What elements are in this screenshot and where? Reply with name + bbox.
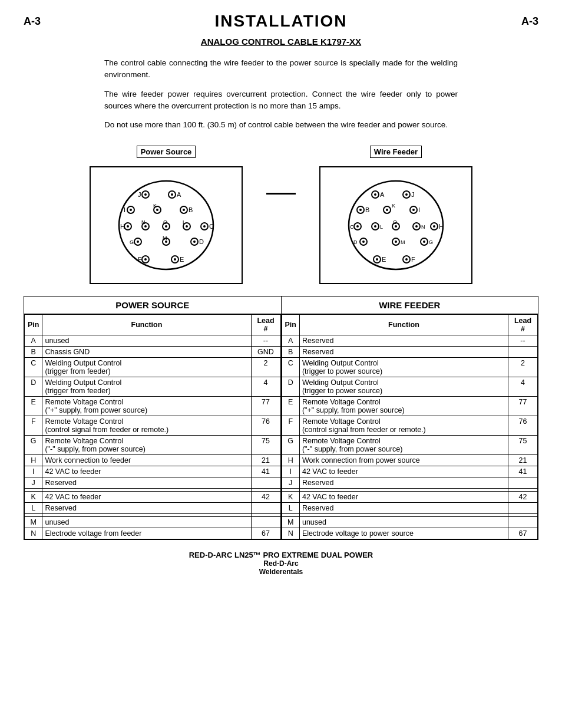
svg-text:M: M (163, 235, 167, 241)
intro-p2: The wire feeder power requires overcurre… (104, 88, 458, 113)
wire-feeder-svg: A J B K I C L (337, 172, 455, 275)
svg-text:G: G (130, 239, 134, 245)
svg-point-33 (137, 241, 139, 243)
svg-text:K: K (153, 203, 157, 209)
connector-line (266, 193, 296, 195)
svg-text:J: J (138, 191, 141, 198)
function-cell: Reserved (42, 503, 251, 514)
table-row: HWork connection to feeder21 (25, 455, 281, 466)
pin-cell: M (282, 517, 299, 528)
pin-cell: A (282, 335, 299, 347)
svg-point-51 (405, 193, 408, 196)
page-num-left: A-3 (24, 15, 41, 28)
lead-cell: 42 (251, 492, 280, 503)
table-row: FRemote Voltage Control(control signal f… (282, 416, 538, 436)
svg-point-48 (374, 193, 376, 196)
table-row: BChassis GNDGND (25, 347, 281, 358)
lead-cell (508, 477, 538, 489)
pin-cell: C (25, 358, 42, 377)
function-cell: 42 VAC to feeder (299, 492, 508, 503)
function-cell: Chassis GND (42, 347, 251, 358)
brand-sub2: Welderentals (24, 568, 538, 576)
function-cell: 42 VAC to feeder (299, 466, 508, 477)
lead-cell (251, 503, 280, 514)
pin-cell: L (25, 503, 42, 514)
pin-cell: K (25, 492, 42, 503)
table-row: K42 VAC to feeder42 (25, 492, 281, 503)
table-row: DWelding Output Control(trigger to power… (282, 377, 538, 397)
power-source-label: Power Source (137, 146, 196, 158)
pin-cell: N (282, 528, 299, 539)
intro-p1: The control cable connecting the wire fe… (104, 57, 458, 81)
svg-point-42 (144, 258, 147, 261)
svg-text:B: B (365, 206, 369, 213)
brand-sub1: Red-D-Arc (24, 559, 538, 568)
function-cell: unused (42, 517, 251, 528)
svg-point-14 (183, 209, 185, 211)
function-cell: unused (42, 335, 251, 347)
section-title: ANALOG CONTROL CABLE K1797-XX (24, 37, 538, 47)
svg-point-90 (405, 258, 408, 261)
function-cell: Reserved (299, 335, 508, 347)
svg-text:I: I (124, 206, 125, 213)
svg-point-81 (395, 241, 397, 243)
page-header: A-3 INSTALLATION A-3 (24, 12, 538, 31)
pin-cell: F (282, 416, 299, 436)
table-row: NElectrode voltage to power source67 (282, 528, 538, 539)
pin-cell: H (25, 455, 42, 466)
pin-cell: B (282, 347, 299, 358)
lead-cell: 4 (251, 377, 280, 397)
wire-feeder-table: Pin Function Lead # AReserved--BReserved… (282, 314, 538, 539)
lead-cell (508, 517, 538, 528)
svg-point-44 (174, 258, 176, 261)
svg-point-5 (171, 193, 173, 196)
table-row: I42 VAC to feeder41 (25, 466, 281, 477)
function-cell: Work connection to feeder (42, 455, 251, 466)
svg-text:O: O (393, 219, 397, 225)
pin-cell: E (25, 397, 42, 416)
function-cell: Welding Output Control(trigger from feed… (42, 358, 251, 377)
lead-cell: 42 (508, 492, 538, 503)
wire-feeder-table-header: WIRE FEEDER (282, 297, 538, 314)
function-cell: Remote Voltage Control(control signal fr… (299, 416, 508, 436)
wire-feeder-table-section: WIRE FEEDER Pin Function Lead # AReserve… (282, 297, 538, 539)
svg-text:L: L (380, 224, 383, 230)
table-row: AReserved-- (282, 335, 538, 347)
lead-cell: 75 (251, 436, 280, 455)
table-row: BReserved (282, 347, 538, 358)
svg-text:H: H (439, 223, 444, 230)
pin-cell: F (25, 416, 42, 436)
pin-cell: L (282, 503, 299, 514)
function-cell: Reserved (299, 347, 508, 358)
power-source-table-section: POWER SOURCE Pin Function Lead # Aunused… (24, 297, 282, 539)
lead-cell: 41 (251, 466, 280, 477)
power-source-table: Pin Function Lead # Aunused--BChassis GN… (24, 314, 281, 539)
function-cell: Electrode voltage from feeder (42, 528, 251, 539)
lead-cell: 2 (251, 358, 280, 377)
pin-cell: K (282, 492, 299, 503)
svg-text:G: G (429, 239, 433, 245)
svg-text:D: D (353, 239, 358, 245)
svg-text:C: C (209, 223, 214, 230)
lead-cell: 67 (508, 528, 538, 539)
power-source-diagram: Power Source J A I K (90, 146, 243, 284)
svg-point-72 (415, 225, 418, 228)
power-source-table-header-row: Pin Function Lead # (25, 315, 281, 335)
function-cell: Reserved (42, 477, 251, 489)
pin-cell: D (282, 377, 299, 397)
svg-text:K: K (392, 203, 395, 209)
svg-point-57 (386, 209, 388, 211)
pin-cell: J (25, 477, 42, 489)
function-cell: Electrode voltage to power source (299, 528, 508, 539)
svg-text:B: B (189, 206, 193, 213)
table-row: I42 VAC to feeder41 (282, 466, 538, 477)
function-cell: Welding Output Control(trigger to power … (299, 377, 508, 397)
svg-text:A: A (177, 191, 181, 198)
lead-cell: 2 (508, 358, 538, 377)
wf-col-pin: Pin (282, 315, 299, 335)
pin-cell: G (25, 436, 42, 455)
svg-point-66 (374, 225, 376, 228)
wire-feeder-diagram: Wire Feeder A J B K I (319, 146, 472, 284)
lead-cell: -- (508, 335, 538, 347)
svg-point-87 (376, 258, 378, 261)
